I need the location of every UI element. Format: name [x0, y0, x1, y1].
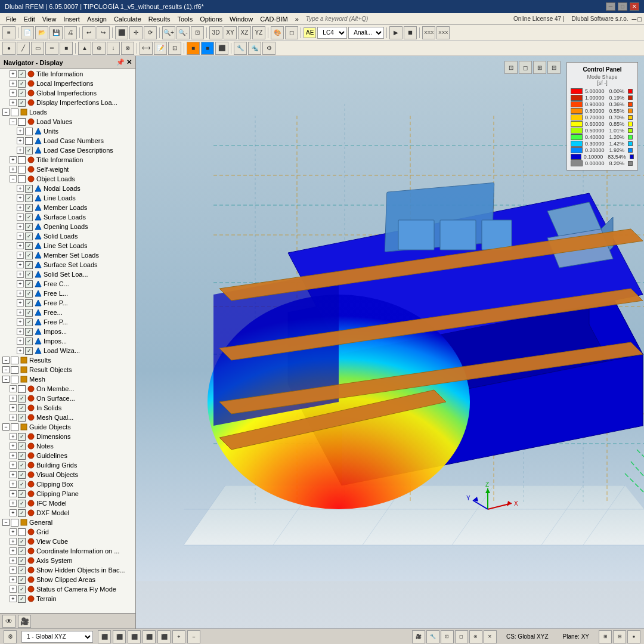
minimize-btn[interactable]: ─ [606, 2, 615, 11]
vp-btn-2[interactable]: ◻ [519, 61, 532, 74]
tree-item-25[interactable]: +Free... [0, 308, 135, 317]
tree-checkbox-38[interactable] [18, 433, 26, 441]
tree-item-42[interactable]: +Visual Objects [0, 470, 135, 479]
tree-checkbox-30[interactable] [11, 357, 18, 364]
tree-expand-54[interactable]: + [10, 586, 17, 593]
tree-checkbox-9[interactable] [18, 156, 26, 164]
st-btn-6[interactable]: + [172, 630, 185, 643]
tb-zoom-in[interactable]: 🔍+ [162, 26, 175, 39]
tree-checkbox-35[interactable] [18, 404, 26, 412]
tree-expand-40[interactable]: + [10, 452, 17, 459]
tb-redo[interactable]: ↪ [97, 26, 110, 39]
tb2-surface[interactable]: ▭ [31, 42, 44, 55]
tb-view-yz[interactable]: YZ [252, 26, 265, 39]
tree-item-17[interactable]: +Solid Loads [0, 231, 135, 241]
vp-btn-4[interactable]: ⊟ [547, 61, 561, 74]
tree-checkbox-55[interactable] [18, 595, 26, 603]
tree-checkbox-24[interactable] [25, 299, 33, 307]
menu-view[interactable]: View [39, 15, 60, 23]
tree-item-51[interactable]: +Axis System [0, 556, 135, 565]
tree-item-34[interactable]: +On Surface... [0, 394, 135, 403]
tree-item-29[interactable]: +Load Wiza... [0, 346, 135, 355]
vp-btn-1[interactable]: ⊡ [504, 61, 518, 74]
tree-item-2[interactable]: +Global Imperfections [0, 88, 135, 98]
tree-expand-13[interactable]: + [17, 194, 24, 202]
tree-expand-55[interactable]: + [10, 595, 17, 602]
tree-checkbox-40[interactable] [18, 452, 26, 460]
tree-expand-1[interactable]: + [10, 80, 17, 87]
tb2-dimension[interactable]: ⟷ [140, 42, 153, 55]
tree-item-35[interactable]: +In Solids [0, 403, 135, 413]
tb-calc[interactable]: ▶ [389, 26, 402, 39]
nav-pin-icon[interactable]: 📌 [116, 58, 125, 66]
tree-checkbox-22[interactable] [25, 280, 33, 288]
tree-expand-52[interactable]: + [10, 566, 17, 574]
tree-expand-34[interactable]: + [10, 395, 17, 402]
tree-expand-22[interactable]: + [17, 280, 24, 287]
tree-expand-53[interactable]: + [10, 576, 17, 583]
tree-checkbox-19[interactable] [25, 252, 33, 259]
tree-checkbox-12[interactable] [25, 185, 33, 193]
tree-item-27[interactable]: +Impos... [0, 327, 135, 336]
tree-item-19[interactable]: +Member Set Loads [0, 250, 135, 260]
tree-checkbox-26[interactable] [25, 318, 33, 326]
tree-expand-10[interactable]: + [10, 166, 17, 173]
tree-expand-0[interactable]: + [10, 70, 17, 78]
st-btn-3[interactable]: ⬛ [128, 630, 141, 643]
st-btn-5[interactable]: ⬛ [157, 630, 171, 643]
tree-checkbox-3[interactable] [18, 99, 26, 107]
st-right-3[interactable]: ● [627, 630, 640, 643]
menu-tools[interactable]: Tools [174, 15, 196, 23]
tree-item-7[interactable]: +Load Case Numbers [0, 136, 135, 145]
tree-item-40[interactable]: +Guidelines [0, 451, 135, 460]
tree-expand-4[interactable]: − [2, 109, 10, 116]
tree-checkbox-14[interactable] [25, 204, 33, 212]
tree-item-5[interactable]: −Load Values [0, 117, 135, 126]
tree-checkbox-50[interactable] [18, 547, 26, 555]
tree-item-44[interactable]: +Clipping Plane [0, 489, 135, 499]
tree-item-45[interactable]: +IFC Model [0, 499, 135, 508]
tree-item-47[interactable]: −General [0, 518, 135, 527]
tree-expand-24[interactable]: + [17, 299, 24, 306]
tb-rotate[interactable]: ⟳ [144, 26, 157, 39]
tree-item-14[interactable]: +Member Loads [0, 203, 135, 212]
menu-cadbim[interactable]: CAD-BIM [256, 15, 291, 23]
tb2-solid[interactable]: ■ [60, 42, 73, 55]
tb2-load[interactable]: ↓ [107, 42, 120, 55]
tree-item-11[interactable]: −Object Loads [0, 174, 135, 184]
tree-expand-3[interactable]: + [10, 99, 17, 106]
tree-checkbox-0[interactable] [18, 70, 26, 78]
tree-checkbox-18[interactable] [25, 242, 33, 250]
tree-checkbox-27[interactable] [25, 328, 33, 336]
tree-expand-14[interactable]: + [17, 204, 24, 211]
tree-item-3[interactable]: +Display Imperfections Loa... [0, 98, 135, 107]
tree-expand-28[interactable]: + [17, 338, 24, 345]
tree-checkbox-54[interactable] [18, 586, 26, 593]
tree-expand-5[interactable]: − [10, 118, 17, 125]
tree-expand-18[interactable]: + [17, 242, 24, 249]
tree-checkbox-42[interactable] [18, 471, 26, 479]
tb-print[interactable]: 🖨 [64, 26, 77, 39]
tree-expand-27[interactable]: + [17, 328, 24, 335]
st-btn-2[interactable]: ⬛ [113, 630, 126, 643]
tree-checkbox-45[interactable] [18, 500, 26, 507]
tree-item-13[interactable]: +Line Loads [0, 193, 135, 203]
menu-insert[interactable]: Insert [60, 15, 83, 23]
tree-checkbox-49[interactable] [18, 538, 26, 546]
tree-item-23[interactable]: +Free L... [0, 289, 135, 298]
tree-checkbox-23[interactable] [25, 290, 33, 298]
tree-expand-30[interactable]: − [2, 357, 10, 364]
st-btn-4[interactable]: ⬛ [143, 630, 156, 643]
tree-expand-44[interactable]: + [10, 490, 17, 497]
tb-wire[interactable]: ◻ [285, 26, 298, 39]
tb-analyze-select[interactable]: Anali... [348, 27, 384, 39]
tree-expand-26[interactable]: + [17, 318, 24, 326]
tb-view-xz[interactable]: XZ [238, 26, 251, 39]
tree-expand-7[interactable]: + [17, 137, 24, 144]
tree-checkbox-28[interactable] [25, 338, 33, 345]
tree-item-36[interactable]: +Mesh Qual... [0, 413, 135, 422]
tb2-snap[interactable]: ⊡ [168, 42, 181, 55]
tree-item-15[interactable]: +Surface Loads [0, 212, 135, 222]
viewport[interactable]: X Z Y Control Panel Mode Shape[sf -] 5.0… [136, 56, 644, 628]
tree-checkbox-34[interactable] [18, 395, 26, 402]
